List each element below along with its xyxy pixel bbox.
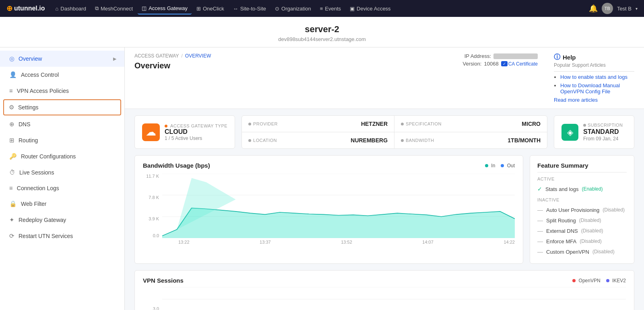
- access-control-icon: 👤: [9, 71, 17, 78]
- sidebar-item-restart-utn-services[interactable]: ⟳ Restart UTN Services: [0, 228, 124, 244]
- sidebar-item-vpn-access-policies[interactable]: ≡ VPN Access Policies: [0, 83, 124, 99]
- help-link-2[interactable]: How to Download Manual OpenVPN Config Fi…: [560, 82, 634, 94]
- vpn-chart-body: 3.0: [143, 287, 626, 310]
- feature-summary-title: Feature Summary: [537, 162, 627, 172]
- ikev2-dot: [606, 279, 609, 282]
- restart-utn-services-icon: ⟳: [9, 232, 14, 240]
- bandwidth-fill: [162, 208, 515, 238]
- breadcrumb-separator: /: [181, 53, 182, 59]
- nav-item-meshconnect[interactable]: ⧉ MeshConnect: [91, 3, 137, 14]
- legend-out-dot: [501, 164, 504, 167]
- chart-header: Bandwidth Usage (bps) In Out: [143, 162, 515, 169]
- username[interactable]: Test B: [617, 6, 632, 12]
- nav-item-oneclick[interactable]: ⊞ OneClick: [192, 3, 228, 14]
- dash-icon-2: —: [537, 228, 543, 234]
- router-configurations-icon: 🔑: [9, 153, 17, 160]
- nav-item-dashboard[interactable]: ⌂ Dashboard: [51, 3, 90, 14]
- x-label-3: 14:07: [422, 240, 433, 244]
- legend-in: In: [485, 163, 495, 168]
- user-menu-chevron-icon[interactable]: ▾: [636, 6, 638, 11]
- web-filter-icon: 🔒: [9, 200, 17, 207]
- nav-item-site-to-site[interactable]: ↔ Site-to-Site: [229, 3, 270, 14]
- overview-icon: ◎: [9, 55, 14, 62]
- subscription-value: STANDARD: [583, 128, 623, 135]
- sidebar-item-redeploy-gateway[interactable]: ✦ Redeploy Gateway: [0, 212, 124, 228]
- dash-icon-4: —: [537, 248, 543, 255]
- chart-y-labels: 11.7 K 7.8 K 3.9 K 0.0: [143, 174, 159, 238]
- chart-canvas-area: 13:22 13:37 13:52 14:07 14:22: [162, 174, 515, 244]
- sidebar: ◎ Overview ▶ 👤 Access Control ≡ VPN Acce…: [0, 47, 125, 310]
- site-to-site-icon: ↔: [233, 6, 238, 12]
- ip-address-line: IP Address:: [463, 53, 538, 59]
- vpn-sessions-section: VPN Sessions OpenVPN IKEV2 3.0: [134, 270, 634, 310]
- split-routing-status: (Disabled): [579, 218, 601, 223]
- external-dns-name: External DNS: [546, 228, 578, 234]
- connection-logs-icon: ≡: [9, 185, 13, 191]
- device-access-icon: ▣: [350, 6, 355, 12]
- logo-text: utunnel.io: [14, 5, 45, 12]
- chart-area: [162, 174, 515, 238]
- sidebar-item-overview[interactable]: ◎ Overview ▶: [0, 51, 124, 67]
- inactive-section-label: INACTIVE: [537, 197, 627, 202]
- sidebar-item-web-filter[interactable]: 🔒 Web Filter: [0, 196, 124, 212]
- sidebar-item-settings[interactable]: ⚙ Settings: [3, 99, 121, 115]
- help-divider: [554, 71, 634, 72]
- oneclick-icon: ⊞: [196, 6, 201, 12]
- cloud-icon: ☁: [142, 123, 160, 141]
- bandwidth-chart-section: Bandwidth Usage (bps) In Out: [134, 155, 523, 264]
- legend-in-dot: [485, 164, 488, 167]
- access-gateway-icon: ◫: [142, 5, 147, 11]
- help-subtitle: Popular Support Articles: [554, 62, 634, 68]
- nav-item-device-access[interactable]: ▣ Device Access: [346, 3, 395, 14]
- x-label-1: 13:37: [260, 240, 271, 244]
- ca-certificate-link[interactable]: ✓ CA Certificate: [501, 61, 538, 67]
- notification-bell-icon[interactable]: 🔔: [589, 4, 598, 13]
- vpn-y-label: 3.0: [153, 306, 159, 310]
- sidebar-item-routing[interactable]: ⊞ Routing: [0, 132, 124, 148]
- split-routing-feature: — Split Routing (Disabled): [537, 215, 627, 226]
- subscription-info: SUBSCRIPTION STANDARD From 09 Jan, 24: [583, 123, 623, 142]
- sidebar-item-live-sessions[interactable]: ⏱ Live Sessions: [0, 164, 124, 180]
- bandwidth-label: BANDWIDTH: [401, 138, 434, 143]
- version-value: 10068: [484, 61, 498, 67]
- provider-value: HETZNER: [361, 121, 388, 127]
- bandwidth-svg: [162, 174, 515, 238]
- nav-items: ⌂ Dashboard ⧉ MeshConnect ◫ Access Gatew…: [51, 3, 587, 14]
- custom-openvpn-feature: — Custom OpenVPN (Disabled): [537, 246, 627, 257]
- sidebar-item-dns[interactable]: ⊕ DNS: [0, 116, 124, 132]
- custom-openvpn-name: Custom OpenVPN: [546, 249, 589, 255]
- subscription-icon: ◈: [561, 124, 578, 141]
- sidebar-item-connection-logs[interactable]: ≡ Connection Logs: [0, 180, 124, 196]
- bandwidth-value: 1TB/MONTH: [508, 137, 541, 144]
- nav-item-access-gateway[interactable]: ◫ Access Gateway: [138, 3, 192, 14]
- help-link-1[interactable]: How to enable stats and logs: [560, 74, 634, 80]
- server-header: server-2 dev898sub4144server2.utnstage.c…: [0, 17, 644, 47]
- gateway-type-value: CLOUD: [165, 128, 227, 135]
- nav-item-organization[interactable]: ⊙ Organization: [271, 3, 315, 14]
- active-section-label: ACTIVE: [537, 177, 627, 181]
- bandwidth-cell: BANDWIDTH 1TB/MONTH: [394, 132, 547, 148]
- info-table-grid: PROVIDER HETZNER SPECIFICATION MICRO: [242, 116, 547, 148]
- auto-user-name: Auto User Provisioning: [546, 207, 599, 213]
- location-label: LOCATION: [248, 138, 277, 143]
- gateway-type-sub: 1 / 5 Active Users: [165, 135, 227, 141]
- sidebar-item-router-configurations[interactable]: 🔑 Router Configurations: [0, 148, 124, 164]
- help-circle-icon: ⓘ: [554, 53, 560, 62]
- ip-info-section: IP Address: Version: 10068 ✓ CA Certific…: [463, 53, 538, 67]
- ip-address-label: IP Address:: [464, 53, 491, 59]
- specification-value: MICRO: [522, 121, 541, 127]
- sidebar-item-access-control[interactable]: 👤 Access Control: [0, 67, 124, 83]
- specification-cell: SPECIFICATION MICRO: [394, 116, 547, 132]
- version-label: Version:: [463, 61, 482, 67]
- help-section: ⓘ Help Popular Support Articles How to e…: [554, 53, 634, 103]
- stats-logs-status: (Enabled): [582, 186, 603, 192]
- specification-label: SPECIFICATION: [401, 121, 442, 126]
- content-header: ACCESS GATEWAY / OVERVIEW Overview IP Ad…: [125, 47, 644, 109]
- auto-user-provisioning-feature: — Auto User Provisioning (Disabled): [537, 205, 627, 215]
- nav-item-events[interactable]: ≡ Events: [316, 3, 345, 14]
- server-name: server-2: [0, 24, 644, 35]
- read-more-link[interactable]: Read more articles: [554, 97, 634, 103]
- logo[interactable]: ⊕ utunnel.io: [6, 4, 45, 13]
- breadcrumb-current: OVERVIEW: [185, 53, 211, 59]
- stats-logs-name: Stats and logs: [545, 186, 578, 192]
